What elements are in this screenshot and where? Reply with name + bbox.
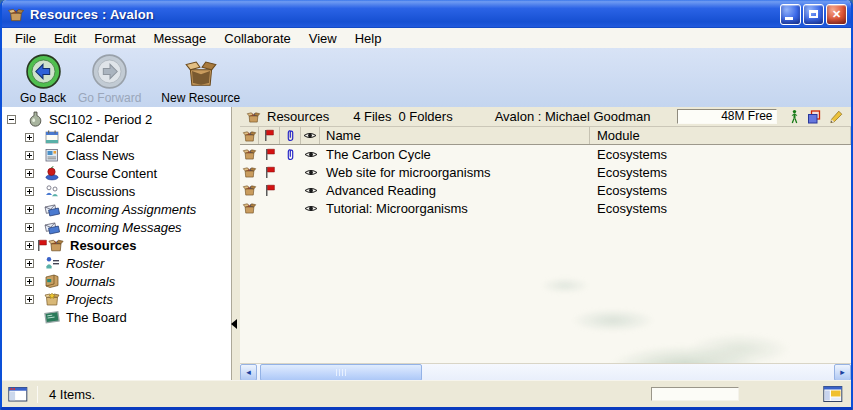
panel-splitter[interactable] [232, 107, 240, 380]
tree-item-label: Discussions [66, 184, 135, 199]
tree-item-roster[interactable]: Roster [2, 254, 231, 272]
statusbar-progress-well [651, 387, 739, 401]
tree-item-course-content[interactable]: Course Content [2, 164, 231, 182]
folder-count: 0 Folders [398, 109, 452, 124]
resource-box-icon [242, 201, 257, 215]
expand-icon[interactable] [25, 133, 34, 142]
incoming-assignments-icon [44, 201, 60, 217]
menu-item-message[interactable]: Message [145, 29, 216, 48]
expand-icon[interactable] [25, 223, 34, 232]
tree-item-label: Calendar [66, 130, 119, 145]
tree-item-label: Projects [66, 292, 113, 307]
tree-item-incoming-assignments[interactable]: Incoming Assignments [2, 200, 231, 218]
menu-item-format[interactable]: Format [85, 29, 144, 48]
tree-item-course-root[interactable]: SCI102 - Period 2 [2, 110, 231, 128]
resource-row-advanced-reading[interactable]: Advanced Reading Ecosystems [240, 181, 851, 199]
collapse-icon[interactable] [7, 115, 16, 124]
column-header-attachment[interactable] [280, 127, 301, 144]
expand-icon[interactable] [25, 241, 34, 250]
visible-icon[interactable] [304, 204, 318, 213]
resource-row-carbon-cycle[interactable]: The Carbon Cycle Ecosystems [240, 145, 851, 163]
resource-row-web-site[interactable]: Web site for microorganisms Ecosystems [240, 163, 851, 181]
splitter-collapse-icon[interactable] [231, 319, 237, 329]
expand-icon[interactable] [25, 205, 34, 214]
edit-pencil-icon[interactable] [829, 110, 843, 124]
minimize-icon [785, 17, 793, 20]
scroll-left-button[interactable]: ◂ [240, 364, 257, 381]
resource-module: Ecosystems [590, 201, 851, 216]
tree-item-label: SCI102 - Period 2 [49, 112, 152, 127]
scrollbar-thumb[interactable] [260, 364, 422, 380]
tree-item-resources[interactable]: Resources [2, 236, 231, 254]
resources-info-bar: Resources 4 Files 0 Folders Avalon : Mic… [240, 107, 851, 127]
expand-icon[interactable] [25, 295, 34, 304]
tree-item-discussions[interactable]: Discussions [2, 182, 231, 200]
expand-icon[interactable] [25, 169, 34, 178]
expand-icon[interactable] [25, 151, 34, 160]
tree-item-class-news[interactable]: Class News [2, 146, 231, 164]
file-count: 4 Files [353, 109, 391, 124]
tree-item-calendar[interactable]: Calendar [2, 128, 231, 146]
minimize-button[interactable] [780, 4, 801, 25]
menu-bar: File Edit Format Message Collaborate Vie… [2, 28, 851, 48]
resources-box-icon [242, 129, 257, 143]
course-tree: SCI102 - Period 2 Calendar Class News Co… [2, 107, 232, 380]
resources-box-icon [48, 237, 64, 253]
toolbar: Go Back Go Forward New Resource [2, 48, 851, 107]
maximize-icon [809, 10, 818, 18]
tree-item-journals[interactable]: Journals [2, 272, 231, 290]
go-forward-button[interactable]: Go Forward [78, 53, 141, 105]
go-back-button[interactable]: Go Back [14, 53, 72, 105]
resource-name: Advanced Reading [320, 183, 590, 198]
titlebar: Resources : Avalon ✕ [2, 0, 851, 28]
roster-icon [44, 255, 60, 271]
tree-item-label: The Board [66, 310, 127, 325]
resource-row-tutorial[interactable]: Tutorial: Microorganisms Ecosystems [240, 199, 851, 217]
forward-icon [91, 53, 128, 90]
layout-toggle-icon[interactable] [823, 385, 843, 403]
expand-icon[interactable] [25, 277, 34, 286]
visible-icon[interactable] [304, 150, 318, 159]
board-icon [44, 309, 60, 325]
copy-icon[interactable] [807, 110, 821, 124]
menu-item-collaborate[interactable]: Collaborate [215, 29, 300, 48]
maximize-button[interactable] [803, 4, 824, 25]
tree-item-incoming-messages[interactable]: Incoming Messages [2, 218, 231, 236]
go-forward-label: Go Forward [78, 91, 141, 105]
expand-icon[interactable] [25, 259, 34, 268]
scroll-right-button[interactable]: ▸ [834, 364, 851, 381]
menu-item-help[interactable]: Help [346, 29, 391, 48]
close-icon: ✕ [832, 8, 841, 21]
status-bar: 4 Items. [2, 380, 851, 407]
visible-icon[interactable] [304, 186, 318, 195]
panel-layout-icon[interactable] [8, 385, 28, 403]
resource-module: Ecosystems [590, 183, 851, 198]
column-header-module[interactable]: Module [590, 127, 851, 144]
horizontal-scrollbar[interactable]: ◂ ▸ [240, 363, 851, 380]
statusbar-divider [37, 386, 38, 403]
tree-item-label: Resources [70, 238, 136, 253]
resources-panel: Resources 4 Files 0 Folders Avalon : Mic… [240, 107, 851, 380]
close-button[interactable]: ✕ [826, 4, 847, 25]
menu-item-edit[interactable]: Edit [45, 29, 85, 48]
tree-item-the-board[interactable]: The Board [2, 308, 231, 326]
resource-box-icon [242, 165, 257, 179]
column-header-type[interactable] [240, 127, 259, 144]
menu-item-file[interactable]: File [6, 29, 45, 48]
new-resource-button[interactable]: New Resource [161, 53, 240, 105]
incoming-messages-icon [44, 219, 60, 235]
flag-icon [265, 148, 275, 161]
free-space-indicator: 48M Free [677, 109, 777, 124]
resource-name: Web site for microorganisms [320, 165, 590, 180]
menu-item-view[interactable]: View [300, 29, 346, 48]
tree-item-projects[interactable]: Projects [2, 290, 231, 308]
column-header-name[interactable]: Name [320, 127, 590, 144]
app-window: Resources : Avalon ✕ File Edit Format Me… [0, 0, 853, 410]
user-icon[interactable] [790, 109, 799, 124]
resource-module: Ecosystems [590, 165, 851, 180]
visible-icon[interactable] [304, 168, 318, 177]
column-header-flag[interactable] [259, 127, 280, 144]
expand-icon[interactable] [25, 187, 34, 196]
items-count-text: 4 Items. [49, 387, 95, 402]
column-header-visibility[interactable] [301, 127, 320, 144]
